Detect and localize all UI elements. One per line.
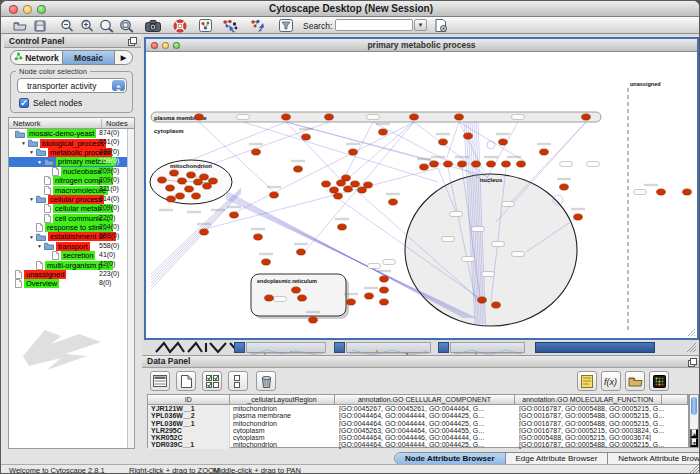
vizmapper-icon[interactable] [197, 18, 214, 33]
select-attributes-icon[interactable] [150, 371, 170, 391]
expander-icon[interactable]: ▼ [29, 196, 35, 202]
gene-node[interactable] [322, 181, 331, 187]
table-scrollbar-thumb[interactable] [691, 397, 697, 415]
gene-node[interactable] [178, 178, 187, 184]
minimized-window-icon[interactable] [234, 342, 245, 353]
gene-node-small[interactable] [492, 242, 505, 247]
gene-node-small[interactable] [367, 115, 380, 120]
tree-row[interactable]: response to stimulus264(0) [9, 223, 127, 232]
gene-node[interactable] [230, 212, 239, 218]
gene-node[interactable] [380, 287, 389, 293]
gene-node[interactable] [338, 224, 347, 230]
search-input[interactable] [335, 19, 413, 31]
tab-mosaic[interactable]: Mosaic [63, 51, 115, 64]
gene-node[interactable] [294, 166, 303, 172]
gene-node[interactable] [200, 174, 209, 180]
tree-scrollbar[interactable] [127, 129, 134, 448]
gene-node[interactable] [195, 114, 204, 120]
gene-node-small[interactable] [472, 227, 485, 232]
gene-node[interactable] [464, 133, 473, 139]
gene-node[interactable] [458, 161, 467, 167]
gene-node[interactable] [334, 193, 343, 199]
gene-node[interactable] [365, 293, 374, 299]
gene-node-small[interactable] [502, 202, 515, 207]
gene-node[interactable] [176, 193, 185, 199]
float-panel-icon[interactable] [128, 37, 137, 48]
gene-node[interactable] [167, 196, 176, 202]
gene-node[interactable] [297, 249, 306, 255]
column-header[interactable]: annotation.GO CELLULAR_COMPONENT [335, 395, 514, 405]
gene-node[interactable] [192, 193, 201, 199]
gene-node-small[interactable] [587, 162, 600, 167]
minimized-window-bar[interactable] [346, 342, 431, 353]
gene-node[interactable] [380, 299, 389, 305]
gene-node[interactable] [430, 161, 439, 167]
column-header-filler[interactable] [662, 395, 688, 405]
minimized-window-bar[interactable] [246, 342, 326, 353]
gene-node[interactable] [472, 161, 481, 167]
canvas-resize-grip[interactable] [688, 329, 695, 336]
tree-row[interactable]: Overview8(0) [9, 279, 127, 288]
gene-node[interactable] [574, 214, 583, 220]
gene-node[interactable] [389, 199, 398, 205]
gene-node[interactable] [347, 299, 356, 305]
zoom-selected-icon[interactable] [98, 18, 115, 33]
zoom-fit-icon[interactable] [118, 18, 135, 33]
tree-row[interactable]: ▼cellular process614(0) [9, 195, 127, 204]
minimized-window-icon[interactable] [334, 342, 345, 353]
gene-node[interactable] [455, 114, 464, 120]
gene-node[interactable] [410, 114, 419, 120]
gene-node[interactable] [187, 172, 196, 178]
tree-row[interactable]: multi-organism process42(0) [9, 260, 127, 269]
gene-node[interactable] [439, 139, 448, 145]
tree-row[interactable]: cellular metabolic209(0) [9, 204, 127, 213]
table-row[interactable]: YKR052Ccytoplasm[GO:0044464, GO:0044446,… [148, 434, 688, 441]
gene-node[interactable] [254, 234, 263, 240]
node-color-select[interactable]: transporter activity [17, 78, 127, 93]
gene-node-small[interactable] [368, 264, 381, 269]
tree-row[interactable]: secretion41(0) [9, 251, 127, 260]
expander-icon[interactable]: ▼ [29, 234, 35, 240]
gene-node[interactable] [342, 175, 351, 181]
column-header[interactable]: annotation.GO MOLECULAR_FUNCTION [515, 395, 662, 405]
filter-icon[interactable] [277, 18, 294, 33]
view-window-titlebar[interactable]: primary metabolic process [146, 39, 697, 52]
tree-row[interactable]: nitrogen compound209(0) [9, 176, 127, 185]
tab-node-attribute-browser[interactable]: Node Attribute Browser [395, 453, 506, 464]
function-builder-icon[interactable]: f(x) [601, 371, 621, 391]
column-header[interactable]: ID [148, 395, 230, 405]
gene-node[interactable] [344, 186, 353, 192]
tab-overflow-button[interactable]: ▶ [115, 51, 132, 64]
gene-node[interactable] [540, 149, 549, 155]
tree-row[interactable]: ▼establishment of localization558(0) [9, 232, 127, 241]
save-icon[interactable] [31, 18, 48, 33]
gene-node[interactable] [502, 161, 511, 167]
gene-node[interactable] [325, 114, 334, 120]
gene-node-small[interactable] [512, 252, 525, 257]
tree-row[interactable]: ▼metabolic process280(0) [9, 148, 127, 157]
tree-row[interactable]: ▼transport558(0) [9, 242, 127, 251]
gene-node-small[interactable] [237, 115, 250, 120]
gene-node[interactable] [292, 287, 301, 293]
import-network-icon[interactable] [221, 18, 238, 33]
table-row[interactable]: YLR295Ccytoplasm[GO:0045263, GO:0044464,… [148, 427, 688, 434]
gene-node-small[interactable] [634, 190, 647, 195]
expander-icon[interactable]: ▼ [37, 243, 43, 249]
gene-node[interactable] [582, 114, 591, 120]
gene-node[interactable] [351, 181, 360, 187]
tab-edge-attribute-browser[interactable]: Edge Attribute Browser [506, 453, 609, 464]
unselect-all-attributes-icon[interactable] [228, 371, 248, 391]
gene-node[interactable] [379, 129, 388, 135]
tree-row[interactable]: macromolecule311(0) [9, 185, 127, 194]
gene-node[interactable] [487, 161, 496, 167]
gene-node[interactable] [158, 177, 167, 183]
minimized-network-preview[interactable] [152, 341, 240, 354]
gene-node[interactable] [309, 317, 318, 323]
scroll-up-button[interactable]: ▲ [690, 429, 698, 438]
open-icon[interactable] [11, 18, 28, 33]
table-row[interactable]: YJR121W__1mitochondrion[GO:0045267, GO:0… [148, 405, 688, 412]
delete-attribute-icon[interactable] [256, 371, 276, 391]
gene-node-small[interactable] [450, 212, 463, 217]
tab-network[interactable]: Network [11, 51, 63, 64]
gene-node-small[interactable] [462, 257, 475, 262]
